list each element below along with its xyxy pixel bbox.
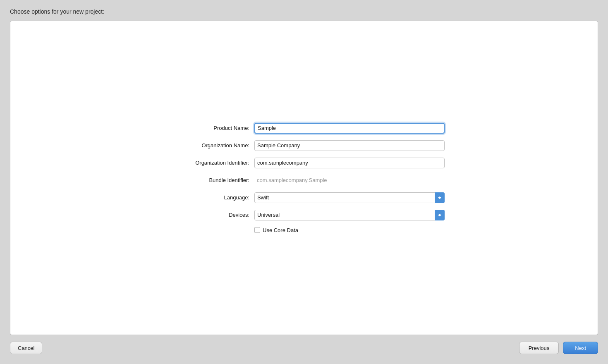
product-name-label: Product Name:	[163, 125, 254, 131]
org-identifier-label: Organization Identifier:	[163, 160, 254, 166]
product-name-row: Product Name:	[163, 123, 445, 134]
language-row: Language: Swift Objective-C	[163, 192, 445, 203]
bottom-bar: Cancel Previous Next	[10, 335, 598, 356]
nav-buttons: Previous Next	[519, 342, 598, 354]
main-panel: Product Name: Organization Name: Organiz…	[10, 21, 598, 335]
core-data-label-text: Use Core Data	[263, 227, 298, 233]
language-select[interactable]: Swift Objective-C	[254, 192, 445, 203]
bundle-identifier-row: Bundle Identifier: com.samplecompany.Sam…	[163, 175, 445, 186]
next-button[interactable]: Next	[563, 342, 598, 354]
devices-select[interactable]: Universal iPhone iPad	[254, 210, 445, 220]
language-select-wrapper: Swift Objective-C	[254, 192, 445, 203]
org-name-input[interactable]	[254, 140, 445, 151]
org-identifier-input[interactable]	[254, 158, 445, 168]
previous-button[interactable]: Previous	[519, 342, 559, 354]
product-name-input[interactable]	[254, 123, 445, 134]
cancel-button[interactable]: Cancel	[10, 342, 42, 354]
devices-select-wrapper: Universal iPhone iPad	[254, 210, 445, 220]
bundle-identifier-value: com.samplecompany.Sample	[254, 175, 445, 186]
org-name-label: Organization Name:	[163, 142, 254, 148]
devices-label: Devices:	[163, 212, 254, 218]
form-container: Product Name: Organization Name: Organiz…	[163, 123, 445, 233]
page-title: Choose options for your new project:	[10, 8, 598, 15]
language-label: Language:	[163, 194, 254, 201]
bundle-identifier-label: Bundle Identifier:	[163, 177, 254, 183]
core-data-checkbox-label[interactable]: Use Core Data	[254, 227, 298, 233]
devices-row: Devices: Universal iPhone iPad	[163, 210, 445, 220]
org-name-row: Organization Name:	[163, 140, 445, 151]
org-identifier-row: Organization Identifier:	[163, 158, 445, 168]
core-data-row: Use Core Data	[163, 227, 445, 233]
core-data-checkbox[interactable]	[254, 227, 260, 233]
